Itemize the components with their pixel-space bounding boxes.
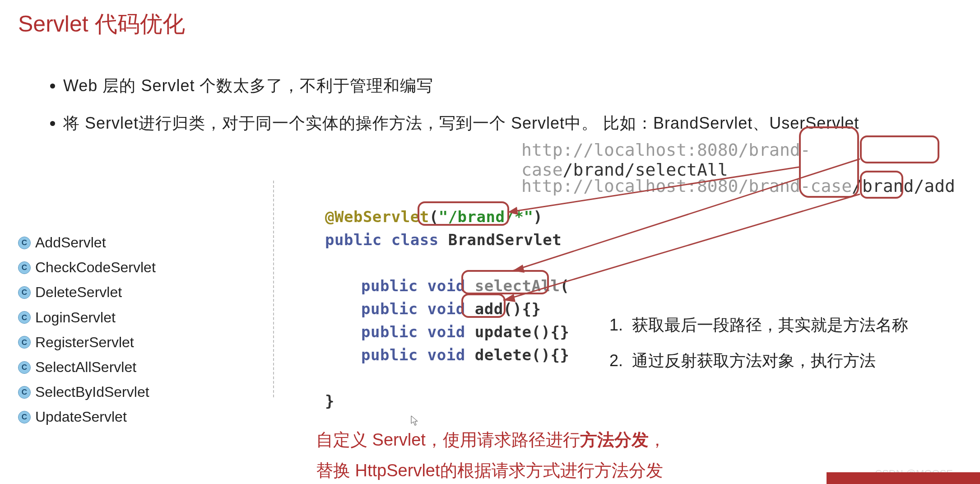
class-icon: C [18,311,31,324]
keyword: void [427,277,465,295]
class-icon: C [18,411,31,424]
code-close-brace: } [325,390,569,413]
keyword: class [391,231,439,249]
class-icon: C [18,361,31,374]
class-name-code: BrandServlet [448,231,562,249]
class-name: RegisterServlet [35,331,134,354]
class-item: C RegisterServlet [18,330,156,355]
step-item: 通过反射获取方法对象，执行方法 [627,350,908,372]
code-block: @WebServlet("/brand/*") public class Bra… [325,205,569,413]
method-name: selectAll [475,277,560,295]
code-line: public void delete(){} [325,344,569,367]
note-text: 自定义 Servlet，使用请求路径进行 [316,430,580,449]
class-item: C DeleteServlet [18,280,156,305]
method-tail: (){} [532,346,570,364]
class-name: SelectAllServlet [35,356,136,379]
class-item: C AddServlet [18,230,156,255]
slide-title: Servlet 代码优化 [18,9,185,39]
note-emphasis: 方法分发 [580,430,649,449]
class-item: C SelectAllServlet [18,355,156,380]
code-line: public void add(){} [325,298,569,321]
class-name: CheckCodeServlet [35,256,156,279]
steps-list: 获取最后一段路径，其实就是方法名称 通过反射获取方法对象，执行方法 [609,314,908,386]
method-name: add [475,300,503,318]
class-icon: C [18,261,31,274]
keyword: public [361,300,418,318]
keyword: public [361,346,418,364]
keyword: void [427,323,465,341]
url-segment-brand: /brand [852,176,914,196]
method-tail: ( [560,277,569,295]
annotation-path: "/brand/*" [439,208,534,226]
url-line-1: http://localhost:8080/brand-case/brand/s… [521,140,980,180]
class-item: C UpdateServlet [18,405,156,429]
url-line-2: http://localhost:8080/brand-case/brand/a… [521,176,955,196]
method-name: delete [475,346,532,364]
keyword: public [325,231,382,249]
class-list: C AddServlet C CheckCodeServlet C Delete… [18,230,156,430]
class-icon: C [18,286,31,299]
code-line: @WebServlet("/brand/*") [325,205,569,228]
bottom-line-1: 自定义 Servlet，使用请求路径进行方法分发， [316,424,666,455]
method-tail: (){} [532,323,570,341]
step-item: 获取最后一段路径，其实就是方法名称 [627,314,908,336]
class-name: DeleteServlet [35,281,122,304]
class-item: C LoginServlet [18,305,156,330]
url-segment-action: /add [914,176,955,196]
bullet-list: Web 层的 Servlet 个数太多了，不利于管理和编写 将 Servlet进… [27,75,859,150]
code-line: public class BrandServlet [325,228,569,251]
class-name: SelectByIdServlet [35,381,149,404]
bottom-line-2: 替换 HttpServlet的根据请求方式进行方法分发 [316,455,666,484]
keyword: void [427,346,465,364]
method-name: update [475,323,532,341]
url-prefix: http://localhost:8080/brand-case [521,176,852,196]
bottom-red-bar [827,472,980,484]
keyword: public [361,277,418,295]
class-item: C SelectByIdServlet [18,380,156,405]
method-tail: (){} [503,300,541,318]
code-line: public void update(){} [325,321,569,344]
class-icon: C [18,336,31,349]
note-text: ， [649,430,666,449]
class-name: LoginServlet [35,306,116,329]
bullet-item: 将 Servlet进行归类，对于同一个实体的操作方法，写到一个 Servlet中… [63,112,859,135]
code-blank-line [325,251,569,275]
code-blank-line [325,367,569,390]
vertical-divider [273,181,274,397]
paren: ( [429,208,439,226]
annotation: @WebServlet [325,208,429,226]
code-line: public void selectAll( [325,275,569,298]
slide-root: Servlet 代码优化 Web 层的 Servlet 个数太多了，不利于管理和… [0,0,980,484]
paren: ) [533,208,543,226]
class-icon: C [18,386,31,399]
bottom-note: 自定义 Servlet，使用请求路径进行方法分发， 替换 HttpServlet… [316,424,666,484]
bullet-item: Web 层的 Servlet 个数太多了，不利于管理和编写 [63,75,859,97]
class-item: C CheckCodeServlet [18,255,156,280]
class-icon: C [18,237,31,249]
keyword: void [427,300,465,318]
class-name: UpdateServlet [35,405,127,428]
class-name: AddServlet [35,231,106,254]
keyword: public [361,323,418,341]
